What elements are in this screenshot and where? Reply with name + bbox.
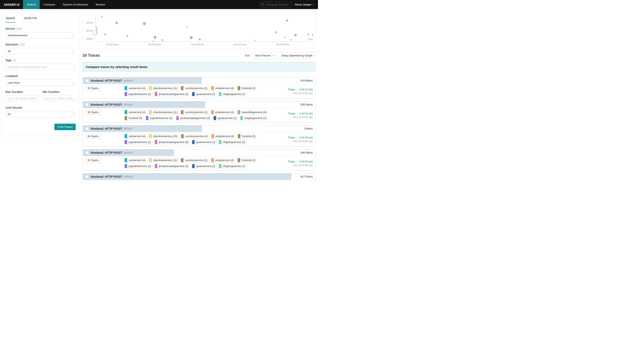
scatter-point[interactable] [116,22,118,24]
service-color-swatch [149,86,152,90]
scatter-point[interactable] [152,41,154,42]
scatter-point[interactable] [312,34,313,36]
scatter-point[interactable] [93,34,94,35]
scatter-point[interactable] [154,36,156,39]
scatter-point[interactable] [284,37,285,38]
operation-select[interactable]: all [5,48,76,54]
limit-results-label: Limit Results [5,106,22,109]
service-chip: emailservice (4) [211,110,236,114]
max-duration-input[interactable] [5,95,38,102]
service-chip-list: cartservice (4)checkoutservice (11)curre… [124,110,284,120]
service-select-value: checkoutservice [8,34,28,37]
trace-id: 5ff7165 [124,127,132,130]
scatter-point[interactable] [127,35,128,37]
trace-body: 38 Spans cartservice (4)checkoutservice … [83,108,315,122]
service-select[interactable]: checkoutservice [5,32,76,38]
x-axis-label: Time [308,38,313,40]
trace-card[interactable]: frontend: HTTP POST 5ff7165 244ms 44 Spa… [83,125,315,146]
min-duration-input[interactable] [43,95,76,102]
scatter-point[interactable] [101,16,103,17]
scatter-point[interactable] [199,38,201,41]
stepper-down-icon[interactable]: ▼ [71,114,76,117]
lookback-select[interactable]: Last Hour [5,80,76,86]
nav-item-search[interactable]: Search [23,0,40,9]
trace-select-checkbox[interactable] [85,79,89,82]
trace-select-checkbox[interactable] [85,127,89,130]
trace-relative-time: a few seconds ago [288,92,313,94]
trace-header: frontend: HTTP POST e08ebe1 243.89ms [83,77,315,84]
nav-item-system-architecture[interactable]: System Architecture [59,0,92,9]
service-chip: shippingservice (2) [219,164,247,168]
trace-select-checkbox[interactable] [85,103,89,106]
deep-dependency-graph-button[interactable]: Deep Dependency Graph [278,52,315,58]
nav-item-compare[interactable]: Compare [40,0,59,9]
app-logo[interactable]: JAEGER UI [0,3,23,6]
service-chip-label: cartservice (4) [127,86,147,90]
scatter-point[interactable] [286,20,288,22]
span-count-badge: 44 Spans [85,134,101,138]
trace-time: 2:44:05 pm [299,136,313,139]
chevron-down-icon [72,81,74,83]
scatter-point[interactable] [290,39,292,40]
service-color-swatch [211,134,214,138]
trace-card[interactable]: frontend: HTTP POST 9f4cbe4 250.56ms 38 … [83,101,315,122]
service-chip: paymentservice (2) [124,92,153,96]
scatter-point[interactable] [275,31,277,33]
y-axis-label: Duration [95,26,98,35]
tab-json-file[interactable]: JSON File [23,15,37,22]
tab-search[interactable]: Search [5,15,16,22]
trace-lookup-input[interactable] [260,2,291,7]
service-chip: emailservice (4) [211,134,236,138]
sort-select[interactable]: Most Recent [253,52,276,58]
scatter-plot-svg[interactable]: 200ms300ms400ms02:42:40 pm02:43:00 pm02:… [83,13,315,48]
service-chip: paymentservice (2) [124,164,153,168]
trace-card[interactable]: frontend: HTTP POST e08ebe1 243.89ms 32 … [83,77,315,98]
service-chip: currencyservice (2) [181,110,209,114]
trace-select-checkbox[interactable] [85,175,89,178]
number-stepper: ▲ ▼ [71,111,76,117]
trace-id: e08ebe1 [124,79,134,82]
service-chip-label: quoteservice (2) [195,92,217,96]
service-color-swatch [238,110,240,114]
service-color-swatch [192,164,195,168]
scatter-point[interactable] [162,40,163,41]
trace-duration: 250.56ms [300,103,313,106]
scatter-point[interactable] [104,34,106,35]
scatter-point[interactable] [190,36,193,39]
find-traces-button[interactable]: Find Traces [54,124,76,130]
trace-when: Today | 2:44:05 pm a few seconds ago [288,136,313,142]
trace-date: Today [288,88,295,91]
service-chip: emailservice (4) [211,86,236,90]
scatter-point[interactable] [294,34,297,36]
service-chip: frontend (3) [124,116,144,120]
limit-results-input[interactable] [5,111,76,117]
nav-item-monitor[interactable]: Monitor [92,0,109,9]
tags-input[interactable] [5,64,76,70]
stepper-up-icon[interactable]: ▲ [71,111,76,114]
service-chip-label: emailservice (4) [214,134,236,138]
trace-relative-time: a few seconds ago [288,164,313,166]
scatter-point[interactable] [186,26,188,28]
service-chip-label: frontend (3) [240,86,257,90]
nav-right: About Jaeger [260,2,318,7]
scatter-point[interactable] [143,22,146,25]
service-color-swatch [192,92,195,96]
trace-card[interactable]: frontend: HTTP POST ea06c2d 427.05ms 38 … [83,173,315,182]
help-icon[interactable]: ? [13,59,16,62]
trace-relative-time: a few seconds ago [288,140,313,142]
scatter-point[interactable] [307,34,309,36]
service-chip-label: checkoutservice (15) [152,134,179,138]
scatter-point[interactable] [254,40,256,41]
main-content: 200ms300ms400ms02:42:40 pm02:43:00 pm02:… [79,9,318,182]
x-tick-label: 02:44:00 pm [276,43,289,46]
chevron-down-icon [313,3,314,5]
service-color-swatch [211,110,214,114]
trace-when: Today | 2:44:13 pm a few seconds ago [288,88,313,94]
trace-card[interactable]: frontend: HTTP POST 5ead4c2 186.08ms 32 … [83,149,315,170]
trace-time: 2:44:11 pm [299,112,313,115]
trace-duration: 244ms [304,127,313,130]
trace-select-checkbox[interactable] [85,151,89,154]
trace-title: frontend: HTTP POST [91,151,122,154]
about-jaeger-menu[interactable]: About Jaeger [294,3,314,6]
service-chip: cartservice (4) [124,86,147,90]
